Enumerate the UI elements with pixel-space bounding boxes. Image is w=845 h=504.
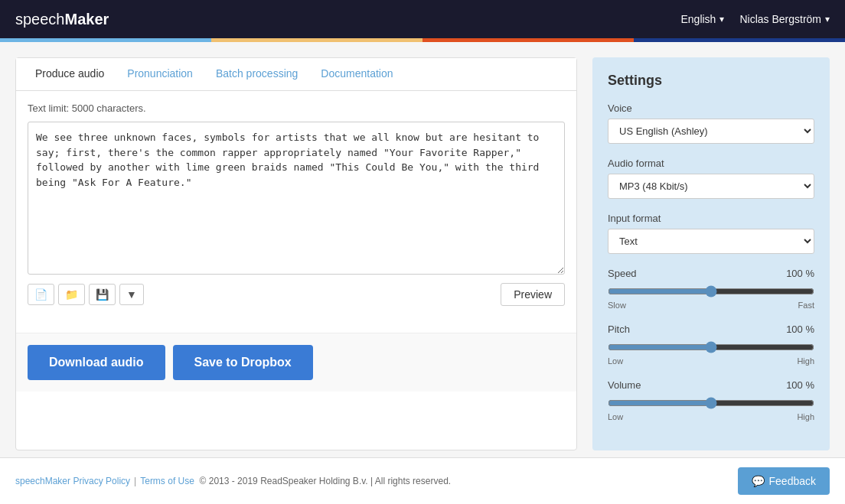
volume-label: Volume: [608, 379, 641, 391]
pitch-header: Pitch 100 %: [608, 324, 814, 335]
speed-slider[interactable]: [608, 285, 814, 298]
file-toolbar: 📄 📁 💾 ▼ Preview: [28, 283, 565, 306]
volume-range-labels: Low High: [608, 412, 814, 421]
audio-format-select[interactable]: MP3 (48 Kbit/s) MP3 (128 Kbit/s) WAV OGG: [608, 174, 814, 199]
toolbar-left: 📄 📁 💾 ▼: [28, 284, 144, 305]
action-buttons-area: Download audio Save to Dropbox: [16, 333, 576, 392]
audio-format-label: Audio format: [608, 158, 814, 169]
voice-select[interactable]: US English (Ashley) US English (John) UK…: [608, 119, 814, 144]
new-file-button[interactable]: 📄: [28, 284, 54, 305]
save-file-button[interactable]: 💾: [89, 284, 116, 305]
speed-setting: Speed 100 % Slow Fast: [608, 268, 814, 310]
language-dropdown[interactable]: English: [680, 13, 724, 25]
header: speechMaker English Niclas Bergström: [0, 0, 845, 38]
save-file-icon: 💾: [96, 288, 109, 301]
pitch-low-label: Low: [608, 356, 623, 366]
voice-label: Voice: [608, 102, 814, 114]
open-file-icon: 📁: [65, 288, 78, 301]
speed-fast-label: Fast: [798, 301, 814, 310]
produce-audio-content: Text limit: 5000 characters. We see thre…: [16, 91, 576, 317]
tab-documentation[interactable]: Documentation: [309, 58, 404, 90]
speed-header: Speed 100 %: [608, 268, 814, 279]
pitch-label: Pitch: [608, 324, 630, 335]
input-format-setting: Input format Text SSML: [608, 213, 814, 254]
speed-slow-label: Slow: [608, 301, 626, 310]
chevron-down-icon: ▼: [126, 288, 137, 301]
pitch-range-labels: Low High: [608, 356, 814, 366]
app-logo: speechMaker: [15, 11, 109, 28]
settings-panel: Settings Voice US English (Ashley) US En…: [592, 57, 830, 450]
pitch-slider[interactable]: [608, 341, 814, 353]
volume-setting: Volume 100 % Low High: [608, 379, 814, 421]
user-dropdown[interactable]: Niclas Bergström: [739, 13, 830, 25]
pitch-high-label: High: [797, 356, 814, 366]
pitch-value: 100 %: [786, 324, 814, 335]
tab-bar: Produce audio Pronunciation Batch proces…: [16, 58, 576, 91]
volume-header: Volume 100 %: [608, 379, 814, 391]
preview-button[interactable]: Preview: [501, 283, 565, 306]
save-dropbox-button[interactable]: Save to Dropbox: [173, 345, 313, 380]
tab-pronunciation[interactable]: Pronunciation: [116, 58, 204, 90]
volume-value: 100 %: [786, 379, 814, 391]
audio-format-setting: Audio format MP3 (48 Kbit/s) MP3 (128 Kb…: [608, 158, 814, 199]
more-options-button[interactable]: ▼: [119, 284, 144, 305]
tab-produce-audio[interactable]: Produce audio: [24, 58, 116, 90]
footer: speechMaker Privacy Policy | Terms of Us…: [0, 457, 845, 466]
speed-range-labels: Slow Fast: [608, 301, 814, 310]
text-limit-label: Text limit: 5000 characters.: [28, 102, 565, 114]
left-panel: Produce audio Pronunciation Batch proces…: [15, 57, 577, 450]
volume-slider[interactable]: [608, 397, 814, 409]
volume-high-label: High: [797, 412, 814, 421]
new-file-icon: 📄: [34, 288, 47, 301]
speed-value: 100 %: [786, 268, 814, 279]
tab-batch-processing[interactable]: Batch processing: [204, 58, 309, 90]
header-controls: English Niclas Bergström: [680, 13, 830, 25]
voice-setting: Voice US English (Ashley) US English (Jo…: [608, 102, 814, 144]
settings-title: Settings: [608, 73, 814, 89]
input-format-label: Input format: [608, 213, 814, 224]
text-input[interactable]: We see three unknown faces, symbols for …: [28, 122, 565, 275]
download-audio-button[interactable]: Download audio: [28, 345, 165, 380]
speed-label: Speed: [608, 268, 637, 279]
open-file-button[interactable]: 📁: [58, 284, 85, 305]
main-content: Produce audio Pronunciation Batch proces…: [0, 42, 845, 466]
pitch-setting: Pitch 100 % Low High: [608, 324, 814, 366]
volume-low-label: Low: [608, 412, 623, 421]
input-format-select[interactable]: Text SSML: [608, 229, 814, 254]
